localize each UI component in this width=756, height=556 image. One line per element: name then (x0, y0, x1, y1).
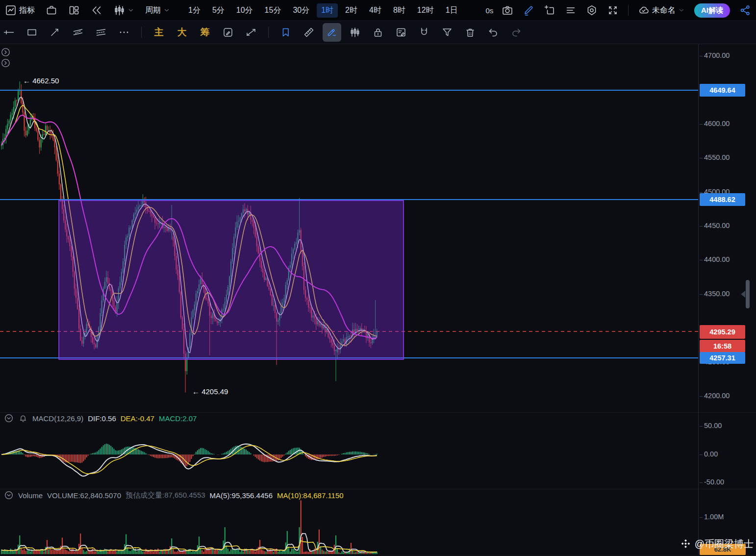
top-toolbar-left: 指标 周期 1分5分10分15分30分1时2时4时8时12时1日 0s (5, 3, 493, 18)
briefcase-icon[interactable] (46, 4, 57, 16)
toolbar-divider (628, 5, 629, 16)
tab-timeframe-1时[interactable]: 1时 (317, 3, 338, 18)
price-axis-tick: 4450.00 (704, 222, 730, 229)
chart-type-button[interactable] (113, 4, 134, 16)
tab-timeframe-1日[interactable]: 1日 (441, 3, 462, 18)
macd-axis-tick: 0.00 (704, 450, 718, 458)
volume-value: VOLUME:62,840.5070 (47, 491, 121, 500)
high-price-annotation[interactable]: ← 4662.50 (23, 76, 59, 85)
more-tools-icon[interactable] (118, 26, 130, 38)
bookmark-icon[interactable] (280, 26, 292, 38)
period-button[interactable]: 周期 (145, 5, 170, 16)
add-frame-icon[interactable] (544, 4, 555, 16)
camera-icon[interactable] (502, 4, 513, 16)
tab-timeframe-15分[interactable]: 15分 (260, 3, 286, 18)
drawing-toolbar: 主 大 筹 11 (0, 21, 756, 44)
candlestick-icon (113, 4, 125, 16)
parallel-channel-tool-icon[interactable] (72, 26, 84, 38)
layout-name-button[interactable]: 未命名 (638, 4, 685, 16)
expand-panel-button[interactable] (0, 47, 11, 57)
rewind-icon[interactable] (91, 4, 102, 16)
note-icon[interactable] (395, 26, 407, 38)
period-label: 周期 (145, 5, 161, 16)
panel-resize-handle[interactable] (746, 280, 750, 308)
volume-header: Volume VOLUME:62,840.5070 预估成交量:87,650.4… (4, 490, 344, 500)
pencil-icon[interactable] (523, 4, 534, 16)
top-toolbar-right: 未命名 AI解读 (502, 3, 751, 18)
layout-name-label: 未命名 (652, 5, 676, 16)
compare-icon[interactable] (245, 26, 257, 38)
toolbar-divider (268, 27, 269, 38)
big-data-button[interactable]: 大 (176, 26, 188, 39)
cloud-sync-icon (638, 4, 650, 16)
chips-button[interactable]: 筹 (199, 26, 211, 39)
pattern-icon[interactable] (349, 26, 361, 38)
redo-icon[interactable] (510, 26, 522, 38)
rectangle-tool-icon[interactable] (26, 26, 38, 38)
collapse-macd-icon[interactable] (4, 413, 14, 423)
macd-header: MACD(12,26,9) DIF:0.56 DEA:-0.47 MACD:2.… (4, 413, 197, 423)
volume-axis-tick: 1.00M (704, 513, 724, 521)
main-chart-button[interactable]: 主 (153, 26, 165, 39)
chevron-down-icon (163, 7, 170, 14)
macd-histogram (3, 444, 377, 467)
tab-timeframe-8时[interactable]: 8时 (389, 3, 410, 18)
tab-timeframe-1分[interactable]: 1分 (184, 3, 205, 18)
tab-timeframe-5分[interactable]: 5分 (208, 3, 229, 18)
trash-icon[interactable]: 11 (464, 26, 476, 38)
top-toolbar: 指标 周期 1分5分10分15分30分1时2时4时8时12时1日 0s (0, 0, 756, 21)
gear-icon[interactable] (586, 4, 598, 16)
chevron-down-icon (678, 7, 685, 14)
tab-timeframe-4时[interactable]: 4时 (365, 3, 386, 18)
trading-app: 指标 周期 1分5分10分15分30分1时2时4时8时12时1日 0s (0, 0, 756, 556)
svg-text:11: 11 (468, 32, 472, 35)
price-tag-4257.31: 4257.31 (700, 352, 745, 364)
drawn-rectangle (59, 201, 403, 359)
alert-bell-icon[interactable] (18, 413, 28, 423)
watermark: @币圈梁博士 (680, 537, 754, 551)
price-tag-4488.62: 4488.62 (700, 193, 745, 206)
collapse-volume-icon[interactable] (4, 490, 14, 500)
price-chart-canvas[interactable] (0, 0, 756, 556)
disjoint-channel-tool-icon[interactable] (95, 26, 107, 38)
layout-icon[interactable] (68, 4, 80, 16)
bar-countdown: 0s (486, 6, 494, 15)
macd-hist-value: MACD:2.07 (159, 414, 197, 423)
macd-dea-value: DEA:-0.47 (121, 414, 154, 423)
ruler-icon[interactable] (303, 26, 315, 38)
magnet-icon[interactable] (418, 26, 430, 38)
indicator-icon (5, 4, 17, 16)
trendline-tool-icon[interactable] (49, 26, 61, 38)
brand-diamond-icon (680, 538, 691, 550)
price-axis-tick: 4700.00 (704, 51, 730, 59)
tab-timeframe-12时[interactable]: 12时 (413, 3, 438, 18)
volume-ma5: MA(5):95,356.4456 (210, 491, 273, 500)
undo-icon[interactable] (487, 26, 499, 38)
tab-timeframe-30分[interactable]: 30分 (288, 3, 314, 18)
tab-timeframe-2时[interactable]: 2时 (341, 3, 362, 18)
lock-icon[interactable] (372, 26, 384, 38)
horizontal-line-tool-icon[interactable] (3, 26, 15, 38)
template-edit-icon[interactable] (222, 26, 234, 38)
share-icon[interactable] (739, 4, 751, 16)
macd-title[interactable]: MACD(12,26,9) (32, 414, 83, 423)
fullscreen-icon[interactable] (607, 4, 619, 16)
volume-ma10: MA(10):84,687.1150 (277, 491, 344, 500)
countdown-tag: 16:58 (700, 340, 745, 353)
filter-icon[interactable] (441, 26, 453, 38)
macd-axis-tick: 50.00 (704, 422, 722, 430)
draw-tool-active[interactable] (323, 23, 341, 42)
indicator-button[interactable]: 指标 (5, 4, 35, 16)
volume-title[interactable]: Volume (18, 491, 43, 500)
tab-timeframe-10分[interactable]: 10分 (232, 3, 257, 18)
expand-panel-button[interactable] (0, 58, 11, 68)
low-price-annotation[interactable]: ← 4205.49 (192, 387, 228, 396)
macd-axis-tick: -50.00 (704, 478, 724, 486)
watermark-text: @币圈梁博士 (695, 537, 754, 551)
price-tag-4295.29: 4295.29 (700, 325, 745, 339)
list-icon[interactable] (565, 4, 577, 16)
price-axis-tick: 4200.00 (704, 392, 730, 400)
chevron-down-icon (127, 7, 134, 14)
collapse-arrow-icon[interactable] (741, 291, 745, 298)
ai-analysis-button[interactable]: AI解读 (694, 3, 730, 18)
